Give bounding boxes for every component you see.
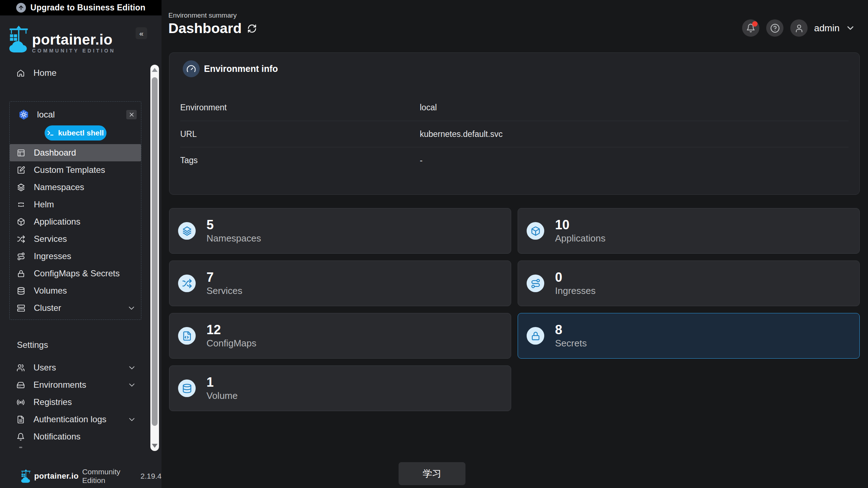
sidebar-item-label: Registries [33,397,136,407]
stat-card-namespaces[interactable]: 5 Namespaces [169,208,511,254]
sidebar-item-applications[interactable]: Applications [10,213,141,230]
stat-text: 5 Namespaces [206,217,261,244]
sidebar-item-label: Notifications [33,432,136,442]
sidebar: portainer.io COMMUNITY EDITION « Home lo… [0,15,162,488]
stat-card-volume[interactable]: 1 Volume [169,365,511,411]
stat-card-ingresses[interactable]: 0 Ingresses [518,261,860,306]
chevron-down-icon [127,363,136,372]
upgrade-banner[interactable]: Upgrade to Business Edition [0,0,162,15]
terminal-icon [47,129,54,137]
sidebar-item-authentication-logs[interactable]: Authentication logs [9,411,141,428]
lock-icon [17,270,25,278]
sidebar-item-label: Ingresses [34,251,136,261]
cut-off-menu-item [19,447,22,448]
username-label[interactable]: admin [814,23,840,34]
stat-label: ConfigMaps [206,337,256,349]
stat-label: Ingresses [555,285,596,297]
stat-text: 1 Volume [206,375,238,402]
stats-grid: 5 Namespaces 10 Applications 7 [169,208,860,411]
sidebar-item-label: Environments [33,380,119,390]
sidebar-item-ingresses[interactable]: Ingresses [10,248,141,265]
row-label: URL [180,129,420,139]
scrollbar-thumb[interactable] [152,77,158,426]
server-icon [17,304,25,312]
portainer-app: Upgrade to Business Edition portainer.io [0,0,868,488]
close-environment-button[interactable] [126,110,137,119]
scroll-up-arrow-icon[interactable] [152,68,158,72]
stat-label: Secrets [555,337,587,349]
sidebar-item-custom-templates[interactable]: Custom Templates [10,161,141,179]
help-button[interactable] [766,19,783,37]
box-icon [17,218,25,226]
learn-button[interactable]: 学习 [399,462,465,485]
sidebar-item-registries[interactable]: Registries [9,393,141,411]
layers-icon [17,183,25,192]
edition-label: COMMUNITY EDITION [32,48,115,54]
scroll-down-arrow-icon[interactable] [152,444,158,448]
sidebar-item-cluster[interactable]: Cluster [10,299,141,317]
sidebar-item-home[interactable]: Home [9,64,141,82]
shuffle-icon [178,275,196,292]
stat-value: 10 [555,217,605,233]
user-icon [794,23,804,33]
users-icon [17,364,25,372]
kubernetes-icon [19,110,28,120]
environment-header[interactable]: local [10,107,141,123]
sidebar-item-environments[interactable]: Environments [9,376,141,393]
arrow-up-circle-icon [16,3,26,13]
sidebar-scrollbar[interactable] [150,65,159,451]
sidebar-item-label: Users [33,363,119,373]
chevron-down-icon [127,381,136,390]
row-label: Environment [180,103,420,112]
sidebar-item-namespaces[interactable]: Namespaces [10,179,141,196]
close-icon [128,111,135,118]
stat-value: 12 [206,322,256,337]
stat-card-applications[interactable]: 10 Applications [518,208,860,254]
radio-icon [17,398,25,406]
sidebar-collapse-button[interactable]: « [136,27,147,39]
header-actions: admin [735,19,855,37]
kubectl-shell-button[interactable]: kubectl shell [45,125,106,141]
table-row: Tags - [180,147,849,173]
route-icon [17,252,25,261]
portainer-logo-icon [9,26,28,53]
stat-value: 0 [555,270,596,285]
stat-text: 12 ConfigMaps [206,322,256,349]
home-icon [17,69,25,77]
settings-heading: Settings [17,340,48,350]
file-text-icon [17,415,25,424]
sidebar-item-label: Services [34,234,136,244]
environment-info-table: Environment local URL kubernetes.default… [180,95,849,173]
stat-card-secrets[interactable]: 8 Secrets [518,313,860,359]
sidebar-item-users[interactable]: Users [9,359,141,376]
chevron-down-icon [127,415,136,424]
sidebar-item-volumes[interactable]: Volumes [10,282,141,299]
stat-card-services[interactable]: 7 Services [169,261,511,306]
sidebar-item-dashboard[interactable]: Dashboard [10,144,141,161]
footer-version: 2.19.4 [141,472,162,480]
sidebar-item-configmaps-secrets[interactable]: ConfigMaps & Secrets [10,265,141,282]
notification-badge [752,21,758,27]
stat-label: Services [206,285,242,297]
portainer-logo: portainer.io COMMUNITY EDITION [9,26,115,54]
sidebar-item-label: Dashboard [34,148,136,158]
notifications-button[interactable] [742,19,759,37]
environment-info-header: Environment info [183,60,278,77]
row-value: kubernetes.default.svc [420,129,849,139]
chevron-down-icon[interactable] [845,23,855,33]
chevron-down-icon [127,304,136,313]
stat-text: 10 Applications [555,217,605,244]
stat-label: Namespaces [206,233,261,244]
database-icon [17,287,25,295]
lock-icon [527,327,544,345]
stat-text: 0 Ingresses [555,270,596,297]
sidebar-item-services[interactable]: Services [10,230,141,248]
stat-card-configmaps[interactable]: 12 ConfigMaps [169,313,511,359]
sidebar-item-label: Custom Templates [34,165,136,175]
footer-brand: portainer.io [34,471,78,481]
sidebar-item-helm[interactable]: Helm [10,196,141,213]
refresh-button[interactable] [247,24,257,33]
user-menu-button[interactable] [790,19,808,37]
sidebar-item-notifications[interactable]: Notifications [9,428,141,445]
kubectl-shell-label: kubectl shell [58,129,104,137]
